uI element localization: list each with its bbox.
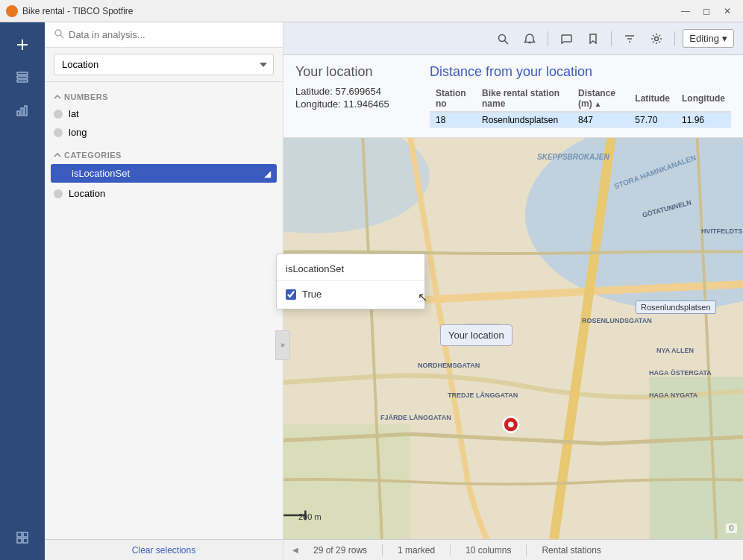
- search-input[interactable]: [69, 29, 274, 40]
- station-label: Rosenlundsplatsen: [636, 301, 716, 314]
- svg-rect-9: [23, 538, 28, 543]
- filter-popup-title: isLocationSet: [277, 260, 424, 281]
- search-toolbar-icon[interactable]: [492, 28, 513, 49]
- svg-rect-8: [17, 538, 22, 543]
- filter-checkbox-true[interactable]: [286, 289, 296, 300]
- your-location-title: Your location: [295, 64, 415, 80]
- categories-label: CATEGORIES: [64, 151, 122, 160]
- app-icon: [6, 5, 18, 17]
- data-panel: Location NUMBERS lat long CATEGORIES: [45, 22, 283, 560]
- maximize-button[interactable]: ◻: [697, 4, 716, 19]
- clear-selections-button[interactable]: Clear selections: [132, 545, 195, 556]
- svg-point-24: [508, 421, 514, 427]
- map-container[interactable]: E 45 SKEPPSBROKAJEN STORA HAMNKANALEN GÖ…: [283, 138, 743, 539]
- field-dot-lat: [54, 110, 63, 119]
- search-bar: [45, 22, 283, 48]
- longitude-label: Longitude:: [295, 98, 343, 110]
- dropdown-section: Location: [45, 48, 283, 82]
- status-bar: ◀ 29 of 29 rows 1 marked 10 columns Rent…: [283, 539, 743, 560]
- window-controls: — ◻ ✕: [676, 4, 737, 19]
- field-Location[interactable]: Location: [45, 184, 283, 203]
- filter-option-label-true[interactable]: True: [302, 289, 322, 300]
- longitude-value: 11.946465: [343, 98, 389, 110]
- chevron-down-icon: ▾: [722, 33, 727, 44]
- latitude-text: Latitude: 57.699654: [295, 86, 415, 97]
- cell-longitude: 11.96: [676, 112, 731, 128]
- svg-line-13: [504, 40, 508, 44]
- window-title: Bike rental - TIBCO Spotfire: [22, 6, 134, 16]
- editing-button[interactable]: Editing ▾: [683, 29, 734, 48]
- settings-icon[interactable]: [646, 28, 667, 49]
- distance-table-title: Distance from your location: [430, 64, 731, 80]
- filter-popup: isLocationSet True ↖: [276, 254, 425, 309]
- columns-status: 10 columns: [465, 545, 511, 556]
- scale-label: 200 m: [298, 512, 322, 521]
- search-icon: [54, 28, 64, 41]
- field-label-long: long: [69, 127, 274, 138]
- status-divider-3: [526, 544, 527, 556]
- svg-rect-4: [21, 108, 23, 116]
- field-label-lat: lat: [69, 108, 274, 119]
- field-label-isLocationSet: isLocationSet: [72, 168, 258, 179]
- titlebar-left: Bike rental - TIBCO Spotfire: [6, 5, 134, 17]
- latitude-label: Latitude:: [295, 86, 336, 97]
- toolbar-divider-3: [674, 31, 675, 46]
- svg-rect-19: [650, 377, 743, 539]
- toolbar-divider-1: [548, 31, 548, 46]
- minimize-button[interactable]: —: [676, 4, 695, 19]
- bottom-bar: Clear selections: [45, 539, 283, 560]
- col-station-name[interactable]: Bike rental station name: [476, 86, 572, 112]
- top-section: Your location Latitude: 57.699654 Longit…: [283, 55, 743, 138]
- col-latitude[interactable]: Latitude: [629, 86, 676, 112]
- svg-rect-1: [17, 76, 28, 78]
- sidebar-layout-icon[interactable]: [9, 524, 36, 551]
- bookmark-icon[interactable]: [583, 28, 604, 49]
- numbers-label: NUMBERS: [64, 92, 108, 101]
- col-longitude[interactable]: Longitude: [676, 86, 731, 112]
- bell-icon[interactable]: [519, 28, 540, 49]
- field-lat[interactable]: lat: [45, 104, 283, 123]
- svg-line-11: [60, 35, 63, 38]
- numbers-section-header[interactable]: NUMBERS: [45, 88, 283, 104]
- sidebar-chart-icon[interactable]: [9, 97, 36, 124]
- cell-distance: 847: [572, 112, 629, 128]
- svg-point-10: [55, 30, 61, 36]
- fields-section: NUMBERS lat long CATEGORIES isLocationSe…: [45, 82, 283, 539]
- rows-status: 29 of 29 rows: [313, 545, 367, 556]
- expand-panel-button[interactable]: »: [275, 330, 290, 360]
- table-row[interactable]: 18 Rosenlundsplatsen 847 57.70 11.96: [430, 112, 731, 128]
- field-label-Location: Location: [69, 188, 274, 199]
- field-isLocationSet[interactable]: isLocationSet ◢: [51, 164, 277, 183]
- toolbar-divider-2: [611, 31, 612, 46]
- svg-rect-2: [17, 80, 28, 82]
- cell-station-no: 18: [430, 112, 476, 128]
- svg-rect-7: [23, 532, 28, 537]
- field-dot-long: [54, 128, 63, 137]
- categories-section-header[interactable]: CATEGORIES: [45, 146, 283, 163]
- titlebar: Bike rental - TIBCO Spotfire — ◻ ✕: [0, 0, 743, 22]
- field-long[interactable]: long: [45, 123, 283, 142]
- status-divider-2: [450, 544, 451, 556]
- dataset-dropdown[interactable]: Location: [54, 54, 274, 75]
- close-button[interactable]: ✕: [718, 4, 737, 19]
- left-sidebar: [0, 22, 45, 560]
- longitude-text: Longitude: 11.946465: [295, 98, 415, 110]
- toolbar: Editing ▾: [283, 22, 743, 55]
- sidebar-add-icon[interactable]: [9, 31, 36, 58]
- editing-label: Editing: [689, 33, 719, 44]
- chat-icon[interactable]: [556, 28, 577, 49]
- distance-data-table: Station no Bike rental station name Dist…: [430, 86, 731, 128]
- svg-rect-6: [17, 532, 22, 537]
- map-svg: E 45: [283, 138, 743, 539]
- sidebar-data-icon[interactable]: [9, 64, 36, 91]
- map-copyright: ©: [726, 523, 737, 533]
- marked-status: 1 marked: [398, 545, 435, 556]
- col-station-no[interactable]: Station no: [430, 86, 476, 112]
- filter-icon: ◢: [264, 169, 271, 179]
- distance-table-panel: Distance from your location Station no B…: [430, 64, 731, 128]
- col-distance[interactable]: Distance (m): [572, 86, 629, 112]
- status-arrow-left: ◀: [292, 546, 298, 554]
- filter-option-true[interactable]: True ↖: [277, 286, 424, 303]
- filter-toolbar-icon[interactable]: [619, 28, 640, 49]
- svg-point-15: [655, 37, 659, 40]
